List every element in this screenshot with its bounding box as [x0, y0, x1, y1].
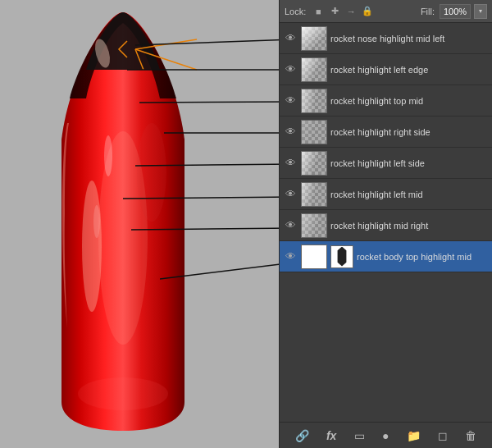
visibility-toggle[interactable]: 👁	[283, 31, 298, 46]
layer-row[interactable]: 👁 rocket highlight top mid	[280, 85, 492, 117]
fill-input[interactable]	[440, 4, 471, 19]
visibility-toggle[interactable]: 👁	[283, 249, 298, 264]
layer-name: rocket body top highlight mid	[357, 252, 489, 262]
layer-thumbnail	[301, 213, 327, 238]
delete-layer-icon[interactable]: 🗑	[462, 427, 480, 444]
lock-move-icon[interactable]: →	[345, 6, 357, 17]
layer-row[interactable]: 👁 rocket highlight left mid	[280, 179, 492, 210]
lock-label: Lock:	[285, 7, 306, 16]
layer-row[interactable]: 👁 rocket highlight right side	[280, 117, 492, 148]
layer-row[interactable]: 👁 rocket highlight left edge	[280, 54, 492, 85]
layer-name: rocket nose highlight mid left	[330, 34, 489, 43]
visibility-toggle[interactable]: 👁	[283, 187, 298, 202]
layer-thumbnail	[301, 26, 327, 51]
fill-label: Fill:	[421, 7, 435, 16]
lock-pixels-icon[interactable]: ■	[312, 6, 324, 17]
layer-thumbnail	[301, 151, 327, 176]
fx-button[interactable]: fx	[323, 427, 339, 444]
svg-point-3	[137, 123, 166, 222]
visibility-toggle[interactable]: 👁	[283, 218, 298, 233]
new-fill-layer-icon[interactable]: ▭	[351, 427, 368, 444]
layer-name: rocket highlight mid right	[330, 221, 489, 231]
svg-point-4	[78, 377, 168, 410]
layer-row[interactable]: 👁 rocket highlight left side	[280, 148, 492, 179]
new-layer-icon[interactable]: ◻	[435, 427, 451, 444]
layer-mask-thumbnail	[330, 245, 353, 268]
layer-name: rocket highlight right side	[330, 127, 489, 137]
fill-dropdown-arrow[interactable]: ▾	[474, 4, 487, 19]
visibility-toggle[interactable]: 👁	[283, 125, 298, 139]
layer-name: rocket highlight left mid	[330, 190, 489, 199]
layers-toolbar: Lock: ■ ✚ → 🔒 Fill: ▾	[280, 0, 492, 23]
svg-point-5	[104, 135, 112, 176]
new-group-icon[interactable]: 📁	[403, 427, 424, 444]
layer-row[interactable]: 👁 rocket nose highlight mid left	[280, 23, 492, 54]
new-adjustment-layer-icon[interactable]: ●	[379, 427, 392, 444]
layers-list: 👁 rocket nose highlight mid left 👁 rocke…	[280, 23, 492, 422]
layer-thumbnail	[301, 182, 327, 207]
svg-point-6	[93, 205, 100, 238]
visibility-toggle[interactable]: 👁	[283, 94, 298, 108]
link-icon[interactable]: 🔗	[292, 427, 312, 444]
canvas-area	[0, 0, 279, 448]
layers-panel: Lock: ■ ✚ → 🔒 Fill: ▾ 👁 rocket nose high…	[279, 0, 492, 448]
layer-row[interactable]: 👁 rocket highlight mid right	[280, 210, 492, 241]
layers-bottom-toolbar: 🔗 fx ▭ ● 📁 ◻ 🗑	[280, 422, 492, 448]
layer-row[interactable]: 👁 rocket body top highlight mid	[280, 241, 492, 272]
layer-thumbnail	[301, 89, 327, 113]
visibility-toggle[interactable]: 👁	[283, 156, 298, 171]
lock-position-icon[interactable]: ✚	[329, 6, 340, 17]
layer-thumbnail	[301, 120, 327, 144]
layer-name: rocket highlight top mid	[330, 96, 489, 106]
lock-all-icon[interactable]: 🔒	[362, 6, 373, 17]
layer-thumbnail	[301, 245, 327, 269]
layer-thumbnail	[301, 57, 327, 82]
layer-name: rocket highlight left edge	[330, 65, 489, 75]
layer-name: rocket highlight left side	[330, 158, 489, 168]
visibility-toggle[interactable]: 👁	[283, 62, 298, 77]
fill-section: Fill: ▾	[421, 4, 487, 19]
rocket-illustration	[33, 8, 213, 435]
